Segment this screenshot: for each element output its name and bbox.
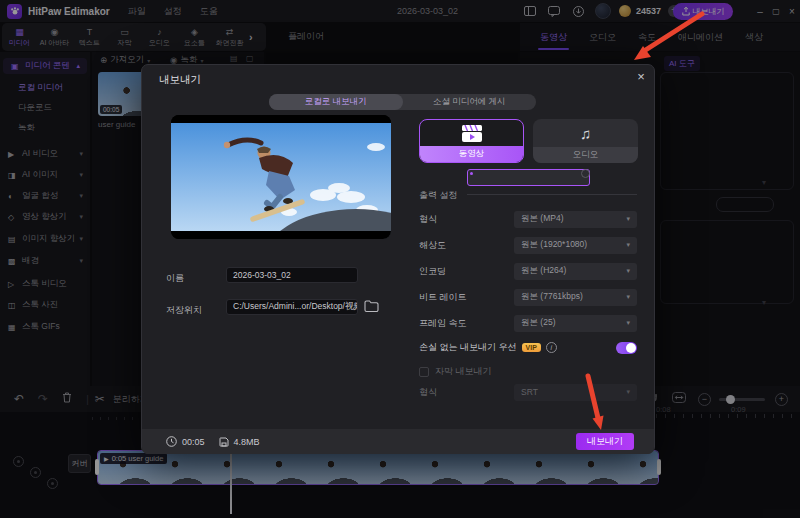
music-note-icon: ♫	[533, 119, 638, 147]
video-icon	[420, 120, 523, 146]
export-filesize: 4.8MB	[234, 437, 260, 447]
subtitle-export-checkbox[interactable]	[419, 367, 429, 377]
preview-image	[171, 115, 391, 239]
chevron-down-icon: ▾	[626, 267, 630, 275]
dialog-close-icon[interactable]: ×	[630, 69, 652, 87]
setting-row-bitrate: 비트 레이트 원본 (7761kbps)▾	[419, 288, 637, 306]
chevron-down-icon: ▾	[626, 293, 630, 301]
chevron-down-icon: ▾	[626, 241, 630, 249]
resolution-select[interactable]: 원본 (1920*1080)▾	[514, 237, 637, 254]
tab-export-local[interactable]: 로컬로 내보내기	[269, 94, 403, 110]
subtitle-format-select[interactable]: SRT▾	[514, 384, 637, 401]
vip-badge: VIP	[522, 343, 541, 352]
name-label: 이름	[166, 272, 184, 285]
subtitle-export-label: 자막 내보내기	[435, 365, 492, 378]
export-duration: 00:05	[182, 437, 205, 447]
lossless-row: 손실 없는 내보내기 우선 VIP i	[419, 341, 637, 354]
setting-row-framerate: 프레임 속도 원본 (25)▾	[419, 314, 637, 332]
browse-folder-icon[interactable]	[364, 299, 379, 317]
chevron-down-icon: ▾	[626, 319, 630, 327]
setting-row-format: 형식 원본 (MP4)▾	[419, 210, 637, 228]
export-preview	[171, 115, 391, 239]
video-radio[interactable]	[467, 169, 590, 186]
lossless-toggle[interactable]	[616, 342, 637, 354]
dialog-title: 내보내기	[159, 73, 201, 87]
audio-radio[interactable]	[581, 169, 590, 178]
setting-row-resolution: 해상도 원본 (1920*1080)▾	[419, 236, 637, 254]
dialog-footer: 00:05 4.8MB 내보내기	[142, 429, 654, 454]
media-type-audio-card[interactable]: ♫ 오디오	[533, 119, 638, 163]
save-path-input[interactable]: C:/Users/Admini...or/Desktop/视频素材	[226, 299, 358, 315]
export-mode-tabs: 로컬로 내보내기 소셜 미디어에 게시	[269, 94, 536, 110]
save-path-label: 저장위치	[166, 304, 202, 317]
media-type-video-card[interactable]: 동영상	[419, 119, 524, 163]
info-icon[interactable]: i	[546, 342, 557, 353]
name-input[interactable]: 2026-03-03_02	[226, 267, 358, 283]
export-confirm-button[interactable]: 내보내기	[576, 433, 634, 450]
divider	[467, 194, 637, 195]
duration-icon	[166, 433, 177, 451]
output-settings-header: 출력 설정	[419, 189, 458, 202]
tab-post-social[interactable]: 소셜 미디어에 게시	[403, 94, 537, 110]
chevron-down-icon: ▾	[626, 215, 630, 223]
export-dialog: 내보내기 × 로컬로 내보내기 소셜 미디어에 게시	[141, 64, 655, 454]
setting-row-subtitle-format: 형식 SRT▾	[419, 383, 637, 401]
format-select[interactable]: 원본 (MP4)▾	[514, 211, 637, 228]
subtitle-export-row: 자막 내보내기	[419, 365, 492, 378]
setting-row-encoding: 인코딩 원본 (H264)▾	[419, 262, 637, 280]
filesize-icon	[219, 433, 229, 451]
bitrate-select[interactable]: 원본 (7761kbps)▾	[514, 289, 637, 306]
chevron-down-icon: ▾	[626, 388, 630, 396]
framerate-select[interactable]: 원본 (25)▾	[514, 315, 637, 332]
encoding-select[interactable]: 원본 (H264)▾	[514, 263, 637, 280]
lossless-label: 손실 없는 내보내기 우선	[419, 341, 517, 354]
